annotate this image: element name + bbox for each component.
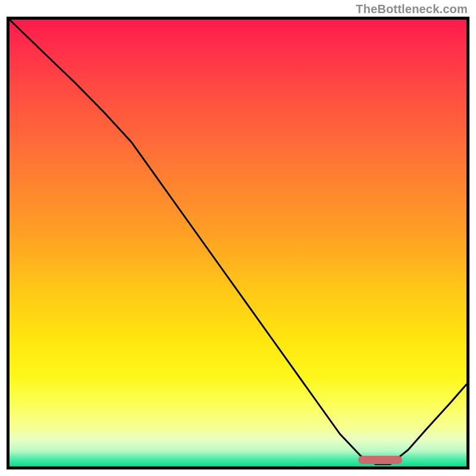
chart-curve-svg <box>10 20 466 466</box>
watermark-text: TheBottleneck.com <box>356 2 468 16</box>
optimal-range-marker <box>358 456 402 464</box>
bottleneck-curve <box>10 20 466 464</box>
chart-frame <box>7 17 469 469</box>
